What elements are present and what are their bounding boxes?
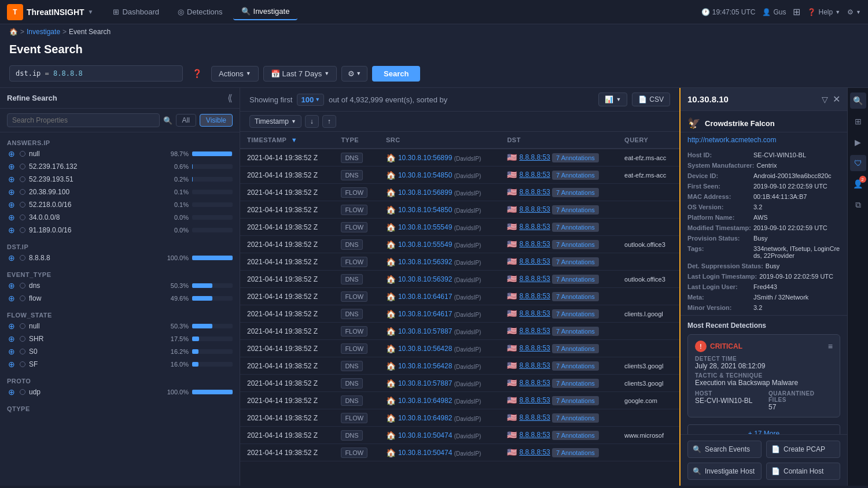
nav-item-dashboard[interactable]: ⊞ Dashboard: [105, 4, 167, 20]
annotation-btn[interactable]: 7 Annotations: [552, 292, 599, 301]
prop-add-btn[interactable]: ⊕: [7, 360, 16, 369]
cell-dst[interactable]: 🇺🇸 8.8.8.8:53 7 Annotations: [500, 167, 617, 184]
cell-src[interactable]: 🏠 10.30.8.10:56428 (DavidsIP): [379, 340, 500, 357]
table-row[interactable]: 2021-04-14 19:38:52 ZFLOW🏠 10.30.8.10:64…: [240, 288, 679, 305]
prop-add-btn[interactable]: ⊕: [7, 187, 16, 197]
nav-item-investigate[interactable]: 🔍 Investigate: [233, 3, 298, 20]
prop-item[interactable]: ⊕udp100.0%: [0, 386, 240, 398]
col-src[interactable]: src: [379, 132, 500, 149]
cell-dst[interactable]: 🇺🇸 8.8.8.8:53 7 Annotations: [500, 357, 617, 375]
prop-add-btn[interactable]: ⊕: [7, 347, 16, 356]
prop-item[interactable]: ⊕null98.7%: [0, 147, 240, 160]
user-display[interactable]: 👤 Gus: [762, 8, 786, 16]
strip-window-btn[interactable]: ⧉: [850, 197, 866, 213]
help-query-btn[interactable]: ❓: [187, 66, 207, 80]
annotation-btn[interactable]: 7 Annotations: [552, 223, 599, 232]
table-row[interactable]: 2021-04-14 19:38:52 ZDNS🏠 10.30.8.10:568…: [240, 149, 679, 167]
search-props-input[interactable]: [7, 113, 160, 127]
cell-src[interactable]: 🏠 10.30.8.10:56428 (DavidsIP): [379, 357, 500, 375]
cell-dst[interactable]: 🇺🇸 8.8.8.8:53 7 Annotations: [500, 219, 617, 236]
cell-dst[interactable]: 🇺🇸 8.8.8.8:53 7 Annotations: [500, 253, 617, 271]
contain-host-btn[interactable]: 📄 Contain Host: [766, 463, 840, 480]
table-row[interactable]: 2021-04-14 19:38:52 ZDNS🏠 10.30.8.10:649…: [240, 392, 679, 409]
table-row[interactable]: 2021-04-14 19:38:52 ZFLOW🏠 10.30.8.10:54…: [240, 201, 679, 219]
prop-add-btn[interactable]: ⊕: [7, 200, 16, 209]
cell-dst[interactable]: 🇺🇸 8.8.8.8:53 7 Annotations: [500, 149, 617, 167]
cell-dst[interactable]: 🇺🇸 8.8.8.8:53 7 Annotations: [500, 444, 617, 461]
help-btn[interactable]: ❓ Help ▼: [807, 8, 840, 16]
annotation-btn[interactable]: 7 Annotations: [552, 361, 599, 371]
cell-dst[interactable]: 🇺🇸 8.8.8.8:53 7 Annotations: [500, 409, 617, 427]
settings-btn[interactable]: ⚙ ▼: [847, 8, 861, 16]
annotation-btn[interactable]: 7 Annotations: [552, 309, 599, 319]
cell-src[interactable]: 🏠 10.30.8.10:50474 (DavidsIP): [379, 427, 500, 444]
prop-item[interactable]: ⊕20.38.99.1000.1%: [0, 186, 240, 198]
sort-select[interactable]: Timestamp ▼: [249, 115, 301, 128]
prop-add-btn[interactable]: ⊕: [7, 213, 16, 222]
table-row[interactable]: 2021-04-14 19:38:52 ZFLOW🏠 10.30.8.10:56…: [240, 253, 679, 271]
strip-terminal-btn[interactable]: ▶: [850, 134, 866, 150]
strip-grid-btn[interactable]: ⊞: [850, 113, 866, 130]
cell-src[interactable]: 🏠 10.30.8.10:54850 (DavidsIP): [379, 201, 500, 219]
annotation-btn[interactable]: 7 Annotations: [552, 327, 599, 336]
annotation-btn[interactable]: 7 Annotations: [552, 396, 599, 405]
prop-item[interactable]: ⊕flow49.6%: [0, 292, 240, 305]
cell-src[interactable]: 🏠 10.30.8.10:64617 (DavidsIP): [379, 305, 500, 323]
prop-item[interactable]: ⊕34.0.0.0/80.0%: [0, 211, 240, 224]
cell-dst[interactable]: 🇺🇸 8.8.8.8:53 7 Annotations: [500, 375, 617, 392]
table-row[interactable]: 2021-04-14 19:38:52 ZFLOW🏠 10.30.8.10:64…: [240, 409, 679, 427]
more-detections-btn[interactable]: + 17 More: [687, 424, 840, 434]
annotation-btn[interactable]: 7 Annotations: [552, 448, 599, 457]
strip-shield-btn[interactable]: 🛡: [850, 155, 866, 171]
detection-menu-btn[interactable]: ≡: [828, 342, 833, 351]
table-row[interactable]: 2021-04-14 19:38:52 ZDNS🏠 10.30.8.10:555…: [240, 236, 679, 253]
cell-src[interactable]: 🏠 10.30.8.10:56392 (DavidsIP): [379, 253, 500, 271]
search-events-btn[interactable]: 🔍 Search Events: [687, 441, 762, 458]
annotation-btn[interactable]: 7 Annotations: [552, 379, 599, 388]
annotation-btn[interactable]: 7 Annotations: [552, 240, 599, 249]
prop-item[interactable]: ⊕dns50.3%: [0, 279, 240, 292]
cell-dst[interactable]: 🇺🇸 8.8.8.8:53 7 Annotations: [500, 184, 617, 201]
cell-dst[interactable]: 🇺🇸 8.8.8.8:53 7 Annotations: [500, 392, 617, 409]
strip-user-btn[interactable]: 👤 2: [850, 176, 866, 192]
prop-item[interactable]: ⊕null50.3%: [0, 320, 240, 332]
annotation-btn[interactable]: 7 Annotations: [552, 153, 599, 162]
prop-item[interactable]: ⊕52.239.193.510.2%: [0, 173, 240, 186]
calendar-btn[interactable]: 📅 Last 7 Days ▼: [263, 66, 337, 82]
sidebar-collapse-btn[interactable]: ⟪: [227, 93, 233, 103]
prop-add-btn[interactable]: ⊕: [7, 149, 16, 158]
table-row[interactable]: 2021-04-14 19:38:52 ZDNS🏠 10.30.8.10:504…: [240, 427, 679, 444]
cell-src[interactable]: 🏠 10.30.8.10:57887 (DavidsIP): [379, 323, 500, 340]
annotation-btn[interactable]: 7 Annotations: [552, 257, 599, 267]
table-row[interactable]: 2021-04-14 19:38:52 ZFLOW🏠 10.30.8.10:57…: [240, 323, 679, 340]
annotation-btn[interactable]: 7 Annotations: [552, 344, 599, 353]
col-query[interactable]: query: [617, 132, 679, 149]
all-filter-btn[interactable]: All: [176, 114, 196, 127]
table-row[interactable]: 2021-04-14 19:38:52 ZDNS🏠 10.30.8.10:548…: [240, 167, 679, 184]
create-pcap-btn[interactable]: 📄 Create PCAP: [766, 441, 840, 458]
breadcrumb-investigate[interactable]: Investigate: [27, 28, 60, 36]
prop-item[interactable]: ⊕SHR17.5%: [0, 332, 240, 345]
panel-url-link[interactable]: http://network.acmetech.com: [687, 136, 776, 144]
cell-src[interactable]: 🏠 10.30.8.10:64982 (DavidsIP): [379, 392, 500, 409]
cell-dst[interactable]: 🇺🇸 8.8.8.8:53 7 Annotations: [500, 236, 617, 253]
prop-add-btn[interactable]: ⊕: [7, 175, 16, 184]
cell-src[interactable]: 🏠 10.30.8.10:64982 (DavidsIP): [379, 409, 500, 427]
prop-item[interactable]: ⊕52.239.176.1320.6%: [0, 160, 240, 173]
prop-item[interactable]: ⊕S016.2%: [0, 345, 240, 358]
cell-src[interactable]: 🏠 10.30.8.10:56899 (DavidsIP): [379, 149, 500, 167]
annotation-btn[interactable]: 7 Annotations: [552, 275, 599, 284]
prop-add-btn[interactable]: ⊕: [7, 334, 16, 343]
cell-src[interactable]: 🏠 10.30.8.10:56392 (DavidsIP): [379, 271, 500, 288]
cell-src[interactable]: 🏠 10.30.8.10:55549 (DavidsIP): [379, 219, 500, 236]
prop-add-btn[interactable]: ⊕: [7, 321, 16, 331]
table-row[interactable]: 2021-04-14 19:38:52 ZDNS🏠 10.30.8.10:563…: [240, 271, 679, 288]
prop-item[interactable]: ⊕52.218.0.0/160.1%: [0, 198, 240, 211]
gear-settings-btn[interactable]: ⚙ ▼: [341, 66, 367, 82]
investigate-host-btn[interactable]: 🔍 Investigate Host: [687, 463, 762, 480]
cell-dst[interactable]: 🇺🇸 8.8.8.8:53 7 Annotations: [500, 340, 617, 357]
cell-src[interactable]: 🏠 10.30.8.10:64617 (DavidsIP): [379, 288, 500, 305]
table-row[interactable]: 2021-04-14 19:38:52 ZDNS🏠 10.30.8.10:578…: [240, 375, 679, 392]
table-row[interactable]: 2021-04-14 19:38:52 ZFLOW🏠 10.30.8.10:50…: [240, 444, 679, 461]
count-select[interactable]: 100 ▼: [297, 94, 324, 106]
